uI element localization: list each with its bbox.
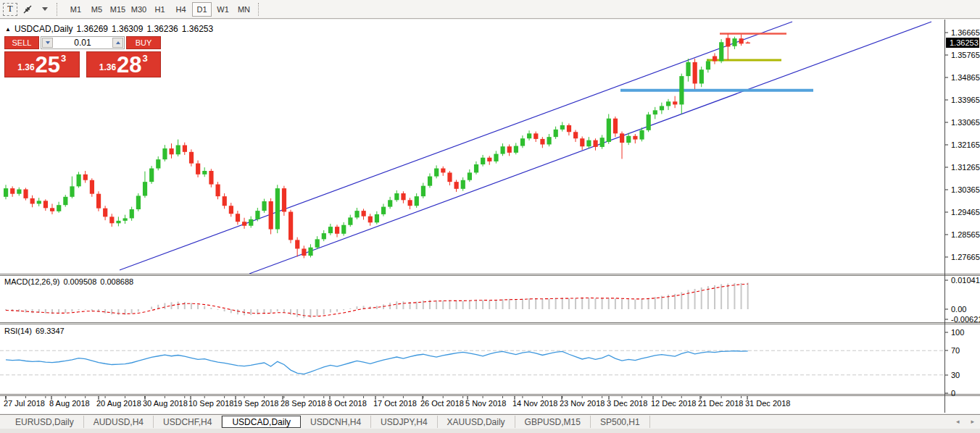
date-tick: 8 Oct 2018 xyxy=(328,399,367,408)
date-tick: 17 Oct 2018 xyxy=(373,399,417,408)
rsi-tick: 0 xyxy=(951,389,955,398)
ohlc-low: 1.36236 xyxy=(146,24,178,34)
toolbar-grip[interactable] xyxy=(57,3,62,16)
price-tick: 1.30365 xyxy=(951,185,980,194)
status-strip xyxy=(0,429,980,433)
tab-scroll-right-icon[interactable]: ▸ xyxy=(971,418,974,425)
price-tick: 1.31265 xyxy=(951,163,980,172)
buy-price-pips: 28 xyxy=(117,55,141,75)
period-button-m30[interactable]: M30 xyxy=(129,2,149,17)
macd-tick: 0.010412 xyxy=(951,276,980,285)
sell-price-panel[interactable]: 1.36 25 3 xyxy=(4,51,80,77)
chart-tab-sp500[interactable]: SP500,H1 xyxy=(591,416,650,428)
period-button-m1[interactable]: M1 xyxy=(66,2,86,17)
collapse-triangle-icon[interactable]: ▲ xyxy=(5,26,11,33)
price-tick: 1.34865 xyxy=(951,73,980,82)
macd-tick: 0.00 xyxy=(951,305,966,314)
price-tick: 1.27665 xyxy=(951,253,980,261)
date-tick: 31 Dec 2018 xyxy=(745,399,790,408)
date-tick: 21 Dec 2018 xyxy=(698,399,743,408)
cycle-arrows-button[interactable] xyxy=(19,2,36,17)
rsi-value: 69.3347 xyxy=(36,327,65,335)
period-button-mn[interactable]: MN xyxy=(234,2,254,17)
ohlc-close: 1.36253 xyxy=(182,24,213,34)
chart-tab-usdcnh[interactable]: USDCNH,H4 xyxy=(301,416,371,428)
period-buttons: M1M5M15M30H1H4D1W1MN xyxy=(65,2,254,17)
sell-button[interactable]: SELL xyxy=(4,36,39,49)
price-tick: 1.32165 xyxy=(951,140,980,149)
period-button-h4[interactable]: H4 xyxy=(171,2,191,17)
date-tick: 27 Jul 2018 xyxy=(4,399,45,408)
sell-price-point: 3 xyxy=(61,53,66,64)
chart-header: ▲ USDCAD,Daily 1.36269 1.36309 1.36236 1… xyxy=(5,24,213,34)
symbol-period-label: USDCAD,Daily xyxy=(14,24,73,34)
macd-main-value: 0.009508 xyxy=(63,277,96,286)
macd-signal-value: 0.008688 xyxy=(100,277,133,286)
price-tick: 1.28565 xyxy=(951,230,980,239)
chart-tab-eurusd[interactable]: EURUSD,Daily xyxy=(6,416,84,428)
rsi-label: RSI(14) 69.3347 xyxy=(4,327,65,335)
period-button-m5[interactable]: M5 xyxy=(87,2,107,17)
chart-tabbar: EURUSD,DailyAUDUSD,H4USDCHF,H4USDCAD,Dai… xyxy=(0,414,980,429)
tab-scroll-arrows: ◂ ▸ xyxy=(956,418,974,425)
volume-increase-button[interactable] xyxy=(112,38,123,48)
date-tick: 3 Dec 2018 xyxy=(607,399,647,408)
current-price-badge: 1.36253 xyxy=(946,38,979,48)
period-button-h1[interactable]: H1 xyxy=(150,2,170,17)
price-tick: 1.36665 xyxy=(951,28,980,37)
buy-price-whole: 1.36 xyxy=(99,62,116,72)
caret-down-icon xyxy=(46,41,50,44)
terminal-window: T M1M5M15M30H1H4D1W1MN ▲ USDCAD,Daily 1.… xyxy=(0,0,980,433)
rsi-date-splitter[interactable] xyxy=(0,394,980,396)
chevron-down-icon xyxy=(42,7,48,11)
chart-region: ▲ USDCAD,Daily 1.36269 1.36309 1.36236 1… xyxy=(0,20,980,413)
chart-tab-audusd[interactable]: AUDUSD,H4 xyxy=(84,416,154,428)
chart-tab-usdcad[interactable]: USDCAD,Daily xyxy=(222,416,301,428)
volume-input[interactable]: 0.01 xyxy=(54,38,112,48)
price-tick: 1.35765 xyxy=(951,51,980,59)
macd-tick: -0.006215 xyxy=(951,315,980,324)
date-tick: 8 Aug 2018 xyxy=(49,399,90,408)
volume-stepper: 0.01 xyxy=(41,36,125,49)
tab-scroll-left-icon[interactable]: ◂ xyxy=(956,418,960,425)
date-tick: 12 Dec 2018 xyxy=(651,399,696,408)
rsi-tick: 100 xyxy=(951,328,964,337)
chart-canvas[interactable] xyxy=(0,20,980,413)
date-tick: 23 Nov 2018 xyxy=(560,399,605,408)
text-label-tool-button[interactable]: T xyxy=(3,3,17,16)
date-tick: 14 Nov 2018 xyxy=(512,399,557,408)
period-button-m15[interactable]: M15 xyxy=(108,2,128,17)
period-button-d1[interactable]: D1 xyxy=(192,2,212,17)
chart-tab-usdjpy[interactable]: USDJPY,H4 xyxy=(371,416,437,428)
ohlc-high: 1.36309 xyxy=(112,24,143,34)
rsi-tick: 30 xyxy=(951,371,960,379)
volume-decrease-button[interactable] xyxy=(42,38,53,48)
chart-tab-gbpusd[interactable]: GBPUSD,M15 xyxy=(515,416,591,428)
buy-price-panel[interactable]: 1.36 28 3 xyxy=(86,51,162,77)
caret-up-icon xyxy=(116,41,120,44)
chart-tab-xauusd[interactable]: XAUUSD,Daily xyxy=(438,416,515,428)
macd-label: MACD(12,26,9) 0.009508 0.008688 xyxy=(4,277,133,286)
cycle-arrows-icon xyxy=(22,4,33,14)
main-macd-splitter[interactable] xyxy=(0,274,980,276)
toolbar: T M1M5M15M30H1H4D1W1MN xyxy=(0,0,980,19)
price-tick: 1.33965 xyxy=(951,96,980,104)
date-tick: 30 Aug 2018 xyxy=(143,399,188,408)
toolbar-grip-2[interactable] xyxy=(258,3,263,16)
cycle-arrows-dropdown[interactable] xyxy=(38,2,52,17)
date-tick: 28 Sep 2018 xyxy=(281,399,325,408)
rsi-name: RSI(14) xyxy=(4,327,32,335)
date-tick: 20 Aug 2018 xyxy=(96,399,141,408)
sell-price-whole: 1.36 xyxy=(17,62,34,72)
one-click-trading-widget: SELL 0.01 BUY 1.36 25 3 1.36 28 3 xyxy=(4,36,161,77)
buy-price-point: 3 xyxy=(143,53,148,64)
ohlc-open: 1.36269 xyxy=(77,24,108,34)
period-button-w1[interactable]: W1 xyxy=(213,2,233,17)
price-tick: 1.29465 xyxy=(951,208,980,216)
macd-name: MACD(12,26,9) xyxy=(4,277,59,286)
buy-button[interactable]: BUY xyxy=(126,36,161,49)
date-tick: 19 Sep 2018 xyxy=(233,399,278,408)
chart-tab-usdchf[interactable]: USDCHF,H4 xyxy=(154,416,222,428)
macd-rsi-splitter[interactable] xyxy=(0,322,980,324)
date-tick: 5 Nov 2018 xyxy=(465,399,506,408)
